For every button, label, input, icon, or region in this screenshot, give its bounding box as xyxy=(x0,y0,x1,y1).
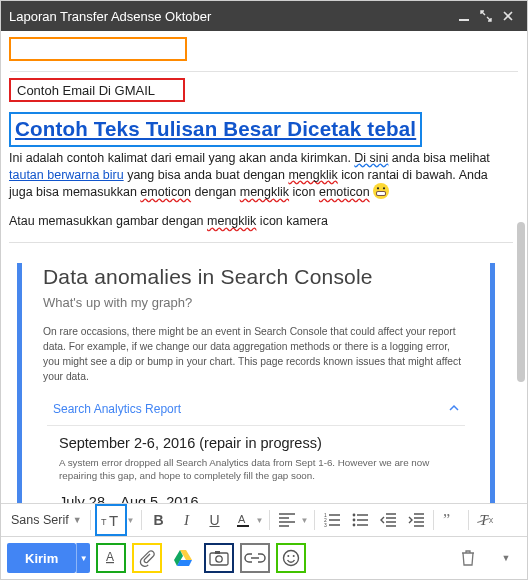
text-color-caret[interactable]: ▼ xyxy=(256,516,264,525)
ordered-list-button[interactable]: 123 xyxy=(319,507,345,533)
svg-text:T: T xyxy=(109,512,118,528)
text-size-icon: TT xyxy=(101,512,121,528)
text: icon xyxy=(289,185,319,199)
text-format-toggle[interactable]: A xyxy=(96,543,126,573)
close-button[interactable] xyxy=(497,5,519,27)
text-color-button[interactable]: A xyxy=(230,507,256,533)
text: Atau memasukkan gambar dengan xyxy=(9,214,207,228)
align-button[interactable] xyxy=(274,507,300,533)
accordion-desc: A system error dropped all Search Analyt… xyxy=(59,456,457,483)
quote-icon: ” xyxy=(443,513,459,527)
recipients-input[interactable] xyxy=(9,37,187,61)
preview-description: On rare occasions, there might be an eve… xyxy=(43,325,469,385)
caret-down-icon: ▼ xyxy=(73,515,82,525)
font-label: Sans Serif xyxy=(11,513,69,527)
paperclip-icon xyxy=(138,549,156,567)
subject-input[interactable]: Contoh Email Di GMAIL xyxy=(9,78,185,102)
unordered-list-button[interactable] xyxy=(347,507,373,533)
embedded-preview: Data anomalies in Search Console What's … xyxy=(9,242,513,503)
accordion-item: September 2-6, 2016 (repair in progress)… xyxy=(47,434,465,493)
insert-emoji-button[interactable] xyxy=(276,543,306,573)
discard-button[interactable] xyxy=(453,543,483,573)
ordered-list-icon: 123 xyxy=(324,513,340,527)
title-bar: Laporan Transfer Adsense Oktober xyxy=(1,1,527,31)
preview-title: Data anomalies in Search Console xyxy=(43,263,479,291)
text: (repair in progress) xyxy=(195,435,322,451)
accordion-item: July 28 – Aug 5, 2016 xyxy=(47,493,465,503)
svg-point-13 xyxy=(353,514,356,517)
preview-subtitle: What's up with my graph? xyxy=(43,294,479,312)
subject-value: Contoh Email Di GMAIL xyxy=(17,83,155,98)
divider xyxy=(433,510,434,530)
headline-text: Contoh Teks Tulisan Besar Dicetak tebal xyxy=(15,117,416,140)
insert-photo-button[interactable] xyxy=(204,543,234,573)
text: mengklik xyxy=(207,214,256,228)
minimize-button[interactable] xyxy=(453,5,475,27)
insert-link-button[interactable] xyxy=(240,543,270,573)
font-size-highlight: TT xyxy=(95,504,127,536)
svg-rect-18 xyxy=(210,553,228,565)
svg-text:T: T xyxy=(101,517,107,527)
accordion-title: Search Analytics Report xyxy=(53,401,181,417)
underline-button[interactable]: U xyxy=(202,507,228,533)
caret-down-icon: ▼ xyxy=(502,553,511,563)
expand-icon xyxy=(480,10,492,22)
bullet-list-icon xyxy=(352,513,368,527)
text: mengklik xyxy=(288,168,337,182)
font-family-dropdown[interactable]: Sans Serif ▼ xyxy=(7,513,86,527)
text: Di sini xyxy=(354,151,388,165)
attach-button[interactable] xyxy=(132,543,162,573)
text: emoticon xyxy=(319,185,370,199)
example-link[interactable]: tautan berwarna biru xyxy=(9,168,124,182)
outdent-icon xyxy=(380,513,396,527)
send-button[interactable]: Kirim xyxy=(7,543,76,573)
indent-button[interactable] xyxy=(403,507,429,533)
format-toolbar: Sans Serif ▼ TT ▼ B I U A ▼ ▼ 123 xyxy=(1,503,527,537)
divider xyxy=(90,510,91,530)
emoji-icon xyxy=(282,549,300,567)
text: mengklik xyxy=(240,185,289,199)
expand-button[interactable] xyxy=(475,5,497,27)
scrollbar-thumb[interactable] xyxy=(517,222,525,382)
font-size-button[interactable]: TT xyxy=(98,507,124,533)
compose-window: Laporan Transfer Adsense Oktober Contoh … xyxy=(0,0,528,580)
clear-format-button[interactable]: Tx xyxy=(473,507,499,533)
header-separator xyxy=(10,71,518,72)
quote-button[interactable]: ” xyxy=(438,507,464,533)
clear-format-icon: T xyxy=(479,512,487,529)
svg-point-4 xyxy=(377,188,379,190)
font-size-caret[interactable]: ▼ xyxy=(127,516,135,525)
italic-button[interactable]: I xyxy=(174,507,200,533)
svg-text:A: A xyxy=(238,513,246,525)
drive-button[interactable] xyxy=(168,543,198,573)
accordion-header[interactable]: Search Analytics Report xyxy=(47,395,465,423)
send-options-button[interactable]: ▼ xyxy=(76,543,90,573)
text: Ini adalah contoh kalimat dari email yan… xyxy=(9,151,354,165)
bold-button[interactable]: B xyxy=(146,507,172,533)
divider xyxy=(468,510,469,530)
text: icon kamera xyxy=(256,214,328,228)
scrollbar[interactable] xyxy=(517,112,525,501)
more-options-button[interactable]: ▼ xyxy=(491,543,521,573)
text-color-icon: A xyxy=(235,512,251,528)
close-icon xyxy=(502,10,514,22)
text: September 2-6, 2016 xyxy=(59,435,195,451)
text: July 28 – Aug 5, 2016 xyxy=(59,494,198,503)
send-toolbar: Kirim ▼ A ▼ xyxy=(1,537,527,579)
text: dengan xyxy=(191,185,240,199)
svg-point-14 xyxy=(353,519,356,522)
svg-rect-0 xyxy=(459,19,469,21)
send-label: Kirim xyxy=(25,551,58,566)
accordion-separator xyxy=(47,425,465,426)
align-caret[interactable]: ▼ xyxy=(300,516,308,525)
divider xyxy=(141,510,142,530)
svg-point-20 xyxy=(216,556,222,562)
email-body[interactable]: Contoh Teks Tulisan Besar Dicetak tebal … xyxy=(1,104,527,503)
header-fields: Contoh Email Di GMAIL xyxy=(1,31,527,104)
trash-icon xyxy=(461,550,475,566)
text: emoticon xyxy=(140,185,191,199)
outdent-button[interactable] xyxy=(375,507,401,533)
svg-point-15 xyxy=(353,524,356,527)
svg-point-23 xyxy=(293,555,295,557)
paragraph-2: Atau memasukkan gambar dengan mengklik i… xyxy=(9,213,513,230)
